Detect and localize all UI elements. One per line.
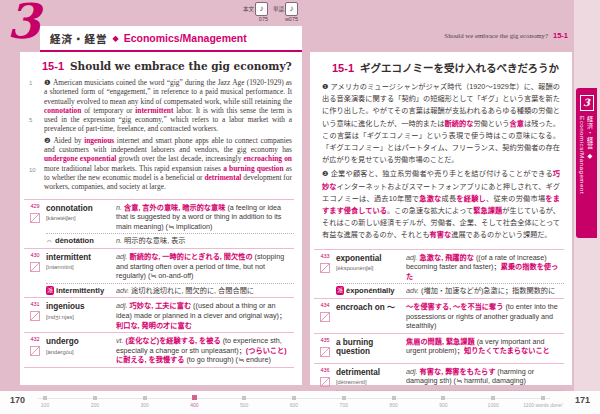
running-head-title: Should we embrace the gig economy? [444, 32, 548, 39]
progress-tick: 100 [38, 395, 52, 408]
side-tab-label: 経済・経営 ◆ Economics/Management [579, 116, 595, 234]
vocab-entry: 433 exponential[èkspounénʃəl] adj. 急激な, … [314, 250, 564, 299]
section-title-en: Economics/Management [124, 32, 247, 44]
audio-ref-words: 単語 ♪ w075 [273, 2, 298, 22]
text-run: 有害な, 弊害をもたらす [420, 367, 496, 376]
paragraph-number-icon: ❶ [322, 82, 329, 91]
vocab-subentries: 派èxponéntially adv. (増加・加速などが)急激に；指数関数的に [336, 283, 564, 296]
text-run: intermittent [135, 106, 173, 115]
vocab-checkbox-icon [320, 377, 330, 387]
vocab-main: a burning question 焦眉の問題, 緊急課題 (a very i… [336, 337, 564, 361]
text-run: 含意 [509, 119, 523, 128]
vocab-number: 436 [314, 367, 336, 373]
audio-speaker-icon: ♪ [255, 2, 268, 16]
text-run: 明示的な意味, 表示 [124, 236, 186, 245]
vocab-checkbox-icon [320, 347, 330, 357]
audio-word-label: 単語 [273, 5, 284, 13]
paragraph-number-icon: ❶ [44, 78, 51, 87]
tick-label: 500 [240, 402, 248, 408]
progress-tick: 800 [387, 395, 401, 408]
text-run: adv. [116, 286, 131, 295]
vocab-entry: 434 encroach on ～ ～を侵害する, ～を不当に奪う (to en… [314, 299, 564, 334]
vocab-checkbox-icon [320, 263, 330, 273]
line-number: 1 [29, 79, 32, 88]
vocab-subentry: ⇔dènotátion n. 明示的な意味, 表示 [46, 233, 294, 246]
text-run: detrimental [204, 173, 241, 182]
vocab-main: exponential[èkspounénʃəl] adj. 急激な, 飛躍的な… [336, 253, 564, 296]
text-run: adj. [406, 253, 420, 262]
vocab-entry: 430 intermittent[ìntərmítnt] adj. 断続的な, … [24, 249, 294, 298]
derivation-icon: 派 [46, 286, 54, 295]
vocab-subdefinition: adv. (増加・加速などが)急激に；指数関数的に [406, 286, 564, 296]
text-run: 利口な, 発明の才に富む [116, 321, 192, 330]
text-run: n. [116, 203, 124, 212]
tick-label: 100 [41, 402, 49, 408]
lesson-title-row: 15-1 ギグエコノミーを受け入れるべきだろうか [310, 52, 572, 75]
tick-label: 400 [190, 402, 198, 408]
text-run: connotation [44, 106, 81, 115]
audio-track-refs: 本文 ♪ 075 単語 ♪ w075 [243, 2, 298, 22]
vocab-icon-col: 430 [24, 252, 46, 295]
tick-marker-icon [392, 396, 396, 400]
tick-marker-icon [242, 396, 246, 400]
vocab-icon-col: 433 [314, 253, 336, 296]
text-run: 有害な [430, 230, 452, 239]
text-run: encroaching on [244, 154, 292, 163]
text-run: adj. [406, 367, 420, 376]
progress-tick: 1000 [486, 395, 500, 408]
vocab-main: connotation[kànətéiʃən] n. 含意, 言外の意味, 暗示… [46, 203, 294, 246]
tick-marker-icon [342, 396, 346, 400]
text-run: 成長 [442, 194, 457, 203]
progress-tick: 600 [287, 395, 301, 408]
tick-marker-icon [143, 396, 147, 400]
vocab-pronunciation: [kànətéiʃən] [46, 214, 116, 224]
running-head: Should we embrace the gig economy?15-1 [310, 31, 568, 40]
vocab-number: 434 [314, 302, 336, 308]
vocab-definition: ～を侵害する, ～を不当に奪う (to enter into the posse… [406, 302, 564, 331]
text-run: adj. [116, 301, 130, 310]
vocab-subword: ⇔dènotátion [46, 236, 116, 246]
text-run: を経験し [456, 194, 486, 203]
vocab-pronunciation: [àndərɡóu] [46, 348, 116, 358]
text-run: a burning question [223, 164, 283, 173]
text-run: adv. [406, 286, 421, 295]
tick-label: 600 [290, 402, 298, 408]
paragraph-number-icon: ❷ [44, 136, 51, 145]
text-run: (変化など)を経験する, を被る [126, 336, 221, 345]
running-head-id: 15-1 [553, 31, 568, 40]
text-run: ingenious [84, 136, 114, 145]
text-run: 急激な, 飛躍的な [420, 253, 474, 262]
progress-tick: 1100 words done! [536, 395, 550, 408]
vocab-subentries: 派intermittently adv. 途切れ途切れに, 間欠的に, 合間合間… [46, 283, 294, 296]
tick-marker-icon [441, 396, 445, 400]
lesson-title-row: 15-1 Should we embrace the gig economy? [20, 52, 302, 72]
vocab-headword: undergo[àndərɡóu] [46, 336, 116, 365]
vocab-definition: adj. 巧妙な, 工夫に富む ((used about a thing or … [116, 301, 294, 330]
lesson-id: 15-1 [42, 60, 64, 72]
text-run: growth over the last decade, increasingl… [116, 154, 243, 163]
tick-marker-icon [292, 396, 296, 400]
progress-tick: 900 [436, 395, 450, 408]
text-run: adj. [116, 252, 130, 261]
vocab-definition: adj. 断続的な, 一時的にとぎれる, 間欠性の (stopping and … [116, 252, 294, 281]
text-run: 進展であるのかという課題だ。 [451, 230, 551, 239]
audio-text-label: 本文 [243, 5, 254, 13]
vocab-definition: adj. 有害な, 弊害をもたらす (harming or damaging s… [406, 367, 564, 388]
text-run: (to go through) (≒ endure) [184, 355, 270, 364]
vocab-definition: 焦眉の問題, 緊急課題 (a very important and urgent… [406, 337, 564, 357]
vocab-list-left: 429 connotation[kànətéiʃən] n. 含意, 言外の意味… [24, 199, 294, 368]
tick-label: 800 [389, 402, 397, 408]
tick-marker-icon [93, 396, 97, 400]
vocab-headword: encroach on ～ [336, 302, 406, 331]
derivation-icon: 派 [336, 286, 344, 295]
line-number: 5 [29, 116, 32, 125]
left-page: 15-1 Should we embrace the gig economy? … [20, 52, 302, 385]
progress-ticks: 100 200 300 400 500 600 700 800 900 1000 [38, 395, 550, 408]
vocab-number: 435 [314, 337, 336, 343]
text-run: American musicians coined the word “gig”… [44, 78, 292, 106]
tick-label: 200 [91, 402, 99, 408]
progress-tick: 200 [88, 395, 102, 408]
vocab-pronunciation: [èkspounénʃəl] [336, 264, 406, 274]
paragraph: ❶American musicians coined the word “gig… [44, 78, 292, 134]
vocab-number: 433 [314, 253, 336, 259]
